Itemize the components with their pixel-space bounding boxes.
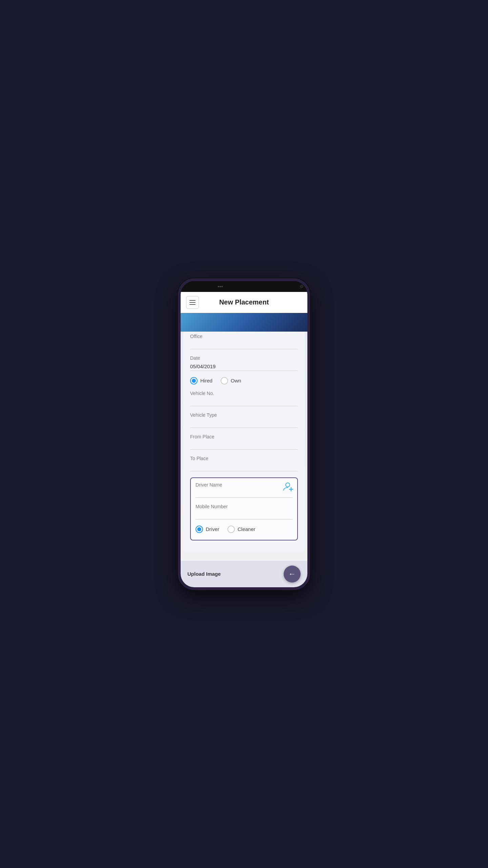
driver-radio-option[interactable]: Driver <box>196 526 219 533</box>
vehicle-no-field: Vehicle No. <box>190 391 298 406</box>
app-container: New Placement Office Date 05/04/2019 <box>181 292 307 587</box>
date-label: Date <box>190 355 298 361</box>
mobile-number-field: Mobile Number <box>196 504 292 519</box>
add-person-button[interactable] <box>282 481 294 493</box>
bottom-spacer <box>181 555 307 561</box>
from-place-input[interactable] <box>190 441 298 450</box>
mobile-number-input[interactable] <box>196 511 292 519</box>
from-place-field: From Place <box>190 434 298 450</box>
mobile-number-label: Mobile Number <box>196 504 292 509</box>
driver-name-label: Driver Name <box>196 482 292 488</box>
office-input[interactable] <box>190 340 298 349</box>
from-place-label: From Place <box>190 434 298 439</box>
vehicle-type-field: Vehicle Type <box>190 412 298 428</box>
hired-own-radio-group: Hired Own <box>190 377 298 384</box>
office-label: Office <box>190 334 298 339</box>
driver-radio-label: Driver <box>206 526 219 532</box>
date-value[interactable]: 05/04/2019 <box>190 362 298 371</box>
back-arrow-icon: ← <box>288 570 296 578</box>
own-radio-label: Own <box>231 378 241 383</box>
add-person-icon <box>283 481 294 492</box>
menu-line-2 <box>189 302 196 303</box>
phone-frame: ●●● New Placement Office <box>178 278 310 590</box>
to-place-field: To Place <box>190 456 298 471</box>
upload-image-button[interactable]: Upload Image <box>187 571 221 577</box>
menu-line-3 <box>189 304 196 305</box>
vehicle-type-input[interactable] <box>190 419 298 428</box>
vehicle-no-label: Vehicle No. <box>190 391 298 396</box>
driver-name-input[interactable] <box>196 489 292 498</box>
cleaner-radio-button[interactable] <box>227 526 235 533</box>
footer-bar: Upload Image ← <box>181 561 307 587</box>
form-card: Office Date 05/04/2019 Hired O <box>183 332 305 552</box>
back-button[interactable]: ← <box>284 566 301 583</box>
phone-notch: ●●● <box>181 281 307 292</box>
own-radio-button[interactable] <box>221 377 228 384</box>
cleaner-radio-label: Cleaner <box>238 526 256 532</box>
menu-button[interactable] <box>186 296 199 309</box>
driver-name-field: Driver Name <box>196 482 292 498</box>
cleaner-radio-option[interactable]: Cleaner <box>227 526 256 533</box>
banner <box>181 313 307 332</box>
vehicle-type-label: Vehicle Type <box>190 412 298 418</box>
to-place-input[interactable] <box>190 462 298 471</box>
date-field: Date 05/04/2019 <box>190 355 298 371</box>
to-place-label: To Place <box>190 456 298 461</box>
content-scroll: Office Date 05/04/2019 Hired O <box>181 332 307 561</box>
page-title: New Placement <box>199 298 289 306</box>
driver-cleaner-radio-group: Driver Cleaner <box>196 526 292 533</box>
hired-radio-button[interactable] <box>190 377 198 384</box>
driver-radio-button[interactable] <box>196 526 203 533</box>
svg-point-0 <box>286 483 290 487</box>
driver-section: Driver Name Mobile Number Driver <box>190 477 298 540</box>
hired-radio-label: Hired <box>200 378 212 383</box>
own-radio-option[interactable]: Own <box>221 377 241 384</box>
office-field: Office <box>190 334 298 349</box>
vehicle-no-input[interactable] <box>190 397 298 406</box>
header: New Placement <box>181 292 307 313</box>
menu-line-1 <box>189 300 196 301</box>
hired-radio-option[interactable]: Hired <box>190 377 212 384</box>
